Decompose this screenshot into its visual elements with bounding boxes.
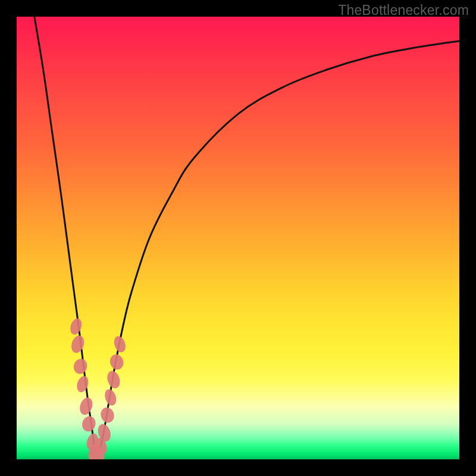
bottleneck-curve [35, 17, 459, 455]
marker-point [80, 415, 98, 434]
plot-area [17, 17, 459, 459]
marker-point [78, 396, 95, 416]
marker-point [108, 353, 126, 372]
curve-layer [17, 17, 459, 459]
marker-point [68, 317, 84, 336]
highlight-markers [68, 317, 127, 459]
marker-point [99, 406, 116, 425]
marker-point [105, 369, 122, 390]
marker-point [112, 334, 127, 353]
bottleneck-curve-path [35, 17, 459, 455]
marker-point [75, 374, 90, 393]
marker-point [103, 388, 118, 407]
chart-frame: TheBottlenecker.com [0, 0, 476, 476]
watermark-text: TheBottlenecker.com [338, 2, 469, 18]
marker-point [70, 334, 86, 355]
marker-point [72, 357, 89, 376]
